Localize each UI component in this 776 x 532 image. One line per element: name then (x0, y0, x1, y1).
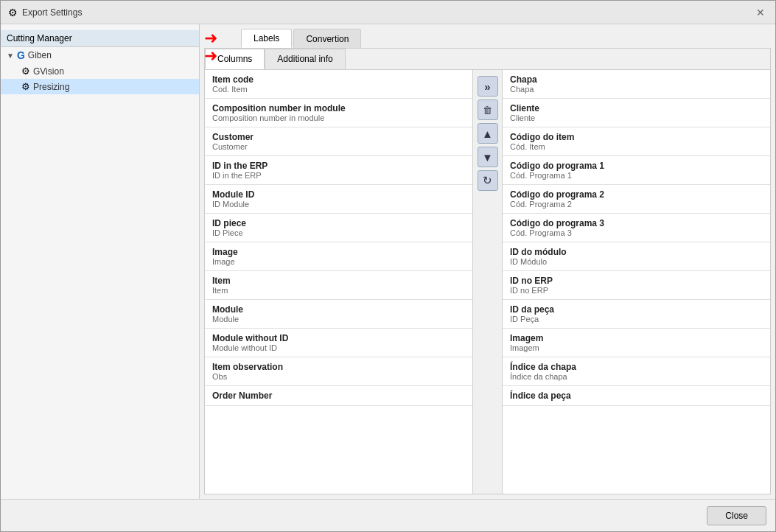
move-up-button[interactable]: ▲ (478, 123, 498, 144)
list-item-sub: Chapa (510, 85, 763, 94)
right-columns-list[interactable]: ChapaChapaClienteClienteCódigo do itemCó… (503, 70, 770, 494)
list-item[interactable]: Composition number in moduleComposition … (205, 99, 472, 127)
list-item[interactable]: CustomerCustomer (205, 127, 472, 156)
list-item[interactable]: Código do programa 3Cód. Programa 3 (503, 214, 770, 242)
list-item[interactable]: ID in the ERPID in the ERP (205, 156, 472, 185)
list-item-title: Module (212, 304, 465, 315)
tree-label-presizing: Presizing (33, 82, 69, 92)
giben-icon: G (17, 49, 25, 61)
top-tabs-row: Labels Convertion (204, 29, 771, 48)
top-tabs-area: ➜ ➜ Labels Convertion (200, 24, 775, 48)
middle-controls: » 🗑 ▲ ▼ ↻ (473, 70, 503, 494)
list-item-title: Código do item (510, 132, 763, 142)
main-panel: ➜ ➜ Labels Convertion Columns Additional… (200, 24, 775, 499)
list-item[interactable]: Item observationObs (205, 357, 472, 386)
list-item-sub: Customer (212, 142, 465, 151)
list-item[interactable]: Order Number (205, 386, 472, 406)
tree-label-giben: Giben (28, 50, 52, 60)
list-item-title: ID piece (212, 218, 465, 228)
list-item-title: Chapa (510, 74, 763, 85)
list-item[interactable]: ID da peçaID Peça (503, 300, 770, 329)
tree-item-gvision[interactable]: ⚙ GVision (1, 63, 199, 79)
list-item[interactable]: Item codeCod. Item (205, 70, 472, 99)
list-item-sub: Composition number in module (212, 113, 465, 122)
list-item[interactable]: ImagemImagem (503, 329, 770, 357)
list-item-sub: Module (212, 315, 465, 323)
refresh-button[interactable]: ↻ (478, 170, 498, 191)
list-item[interactable]: Module without IDModule without ID (205, 329, 472, 357)
list-item-title: Item code (212, 74, 465, 85)
list-item-title: Cliente (510, 103, 763, 113)
inner-tab-additional-info[interactable]: Additional info (265, 49, 345, 69)
tree-item-giben[interactable]: ▼ G Giben (1, 47, 199, 63)
list-item-title: Composition number in module (212, 103, 465, 113)
list-item[interactable]: Código do itemCód. Item (503, 127, 770, 156)
close-button[interactable]: Close (707, 506, 766, 525)
left-columns-list[interactable]: Item codeCod. ItemComposition number in … (205, 70, 473, 494)
inner-tabs: Columns Additional info (205, 49, 770, 70)
list-item-sub: ID Peça (510, 315, 763, 323)
list-item[interactable]: Índice da peça (503, 386, 770, 406)
list-item-sub: ID Piece (212, 228, 465, 237)
list-item[interactable]: ID pieceID Piece (205, 214, 472, 242)
inner-panel: Columns Additional info Item codeCod. It… (204, 48, 771, 494)
list-item-sub: Cód. Programa 3 (510, 228, 763, 237)
gear-icon-presizing: ⚙ (21, 81, 30, 92)
move-all-right-button[interactable]: » (478, 76, 498, 97)
gear-icon-gvision: ⚙ (21, 66, 30, 77)
list-item-title: ID da peça (510, 304, 763, 315)
tree-item-presizing[interactable]: ⚙ Presizing (1, 79, 199, 94)
list-item-title: Module ID (212, 189, 465, 200)
title-bar: ⚙ Export Settings ✕ (1, 1, 775, 24)
window-title: Export Settings (22, 7, 82, 18)
list-item-sub: Cód. Programa 1 (510, 171, 763, 180)
export-settings-window: ⚙ Export Settings ✕ Cutting Manager ▼ G … (0, 0, 776, 532)
tree-expand-arrow: ▼ (7, 52, 14, 60)
list-item[interactable]: ItemItem (205, 271, 472, 300)
list-item[interactable]: ID do móduloID Módulo (503, 242, 770, 271)
move-down-button[interactable]: ▼ (478, 147, 498, 167)
list-item-title: Module without ID (212, 333, 465, 343)
list-item-title: Imagem (510, 333, 763, 343)
list-item-title: Índice da peça (510, 391, 763, 401)
list-item-sub: ID Módulo (510, 257, 763, 266)
list-item-title: Índice da chapa (510, 362, 763, 372)
list-item[interactable]: ImageImage (205, 242, 472, 271)
list-item-title: Código do programa 3 (510, 218, 763, 228)
list-item[interactable]: Índice da chapaÍndice da chapa (503, 357, 770, 386)
red-arrow-1: ➜ (204, 30, 217, 46)
list-item[interactable]: ChapaChapa (503, 70, 770, 99)
list-item-sub: Item (212, 286, 465, 295)
list-item[interactable]: Module IDID Module (205, 185, 472, 214)
list-item-sub: Cliente (510, 113, 763, 122)
list-item-title: ID in the ERP (212, 161, 465, 171)
sidebar: Cutting Manager ▼ G Giben ⚙ GVision ⚙ Pr… (1, 24, 200, 499)
list-item-sub: Module without ID (212, 343, 465, 352)
list-item-title: Customer (212, 132, 465, 142)
list-item-sub: ID Module (212, 200, 465, 209)
list-item-title: ID do módulo (510, 247, 763, 257)
title-bar-left: ⚙ Export Settings (8, 7, 82, 18)
delete-button[interactable]: 🗑 (478, 99, 498, 120)
window-close-button[interactable]: ✕ (753, 5, 768, 20)
list-item-title: Código do programa 2 (510, 189, 763, 200)
sidebar-tab: Cutting Manager (1, 30, 199, 47)
list-item-title: Image (212, 247, 465, 257)
tab-convertion[interactable]: Convertion (293, 29, 361, 48)
list-item-sub: Cod. Item (212, 85, 465, 94)
list-item[interactable]: ClienteCliente (503, 99, 770, 127)
list-item[interactable]: ID no ERPID no ERP (503, 271, 770, 300)
list-item-sub: Imagem (510, 343, 763, 352)
window-icon: ⚙ (8, 7, 18, 18)
list-item-sub: ID no ERP (510, 286, 763, 295)
list-item-sub: Cód. Item (510, 142, 763, 151)
list-item-title: Item observation (212, 362, 465, 372)
bottom-bar: Close (1, 499, 775, 531)
list-item[interactable]: Código do programa 2Cód. Programa 2 (503, 185, 770, 214)
tab-labels[interactable]: Labels (241, 29, 292, 48)
list-item[interactable]: ModuleModule (205, 300, 472, 329)
columns-area: Item codeCod. ItemComposition number in … (205, 70, 770, 494)
list-item[interactable]: Código do programa 1Cód. Programa 1 (503, 156, 770, 185)
list-item-sub: Image (212, 257, 465, 266)
list-item-sub: ID in the ERP (212, 171, 465, 180)
